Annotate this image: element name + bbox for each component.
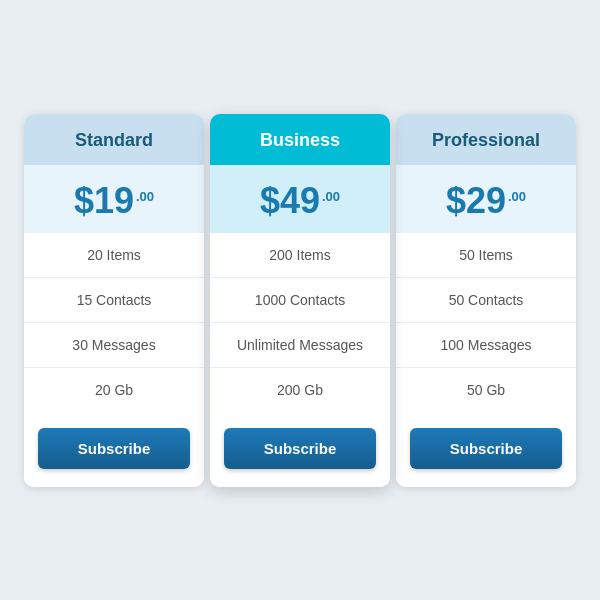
feature-row-standard-3: 20 Gb	[24, 368, 204, 412]
feature-row-professional-0: 50 Items	[396, 233, 576, 278]
plan-header-standard: Standard	[24, 114, 204, 165]
plan-header-professional: Professional	[396, 114, 576, 165]
feature-row-business-1: 1000 Contacts	[210, 278, 390, 323]
plan-price-cents-standard: .00	[136, 189, 154, 204]
plan-footer-business: Subscribe	[210, 412, 390, 487]
subscribe-button-standard[interactable]: Subscribe	[38, 428, 190, 469]
subscribe-button-business[interactable]: Subscribe	[224, 428, 376, 469]
feature-row-standard-2: 30 Messages	[24, 323, 204, 368]
plan-price-business: $49.00	[220, 183, 380, 219]
plan-name-standard: Standard	[34, 130, 194, 151]
plan-price-cents-business: .00	[322, 189, 340, 204]
plan-header-business: Business	[210, 114, 390, 165]
plan-price-dollar-business: $49	[260, 183, 320, 219]
plan-card-professional: Professional$29.0050 Items50 Contacts100…	[396, 114, 576, 487]
plan-footer-professional: Subscribe	[396, 412, 576, 487]
plan-price-standard: $19.00	[34, 183, 194, 219]
plan-price-cents-professional: .00	[508, 189, 526, 204]
pricing-container: Standard$19.0020 Items15 Contacts30 Mess…	[0, 84, 600, 517]
feature-row-standard-0: 20 Items	[24, 233, 204, 278]
feature-row-professional-3: 50 Gb	[396, 368, 576, 412]
feature-row-professional-2: 100 Messages	[396, 323, 576, 368]
plan-price-professional: $29.00	[406, 183, 566, 219]
plan-price-section-professional: $29.00	[396, 165, 576, 233]
plan-name-business: Business	[220, 130, 380, 151]
plan-price-dollar-standard: $19	[74, 183, 134, 219]
feature-row-professional-1: 50 Contacts	[396, 278, 576, 323]
plan-features-business: 200 Items1000 ContactsUnlimited Messages…	[210, 233, 390, 412]
plan-card-business: Business$49.00200 Items1000 ContactsUnli…	[210, 114, 390, 487]
plan-card-standard: Standard$19.0020 Items15 Contacts30 Mess…	[24, 114, 204, 487]
feature-row-business-3: 200 Gb	[210, 368, 390, 412]
plan-price-dollar-professional: $29	[446, 183, 506, 219]
plan-features-standard: 20 Items15 Contacts30 Messages20 Gb	[24, 233, 204, 412]
feature-row-business-2: Unlimited Messages	[210, 323, 390, 368]
plan-name-professional: Professional	[406, 130, 566, 151]
plan-price-section-business: $49.00	[210, 165, 390, 233]
feature-row-business-0: 200 Items	[210, 233, 390, 278]
plan-footer-standard: Subscribe	[24, 412, 204, 487]
plan-price-section-standard: $19.00	[24, 165, 204, 233]
feature-row-standard-1: 15 Contacts	[24, 278, 204, 323]
plan-features-professional: 50 Items50 Contacts100 Messages50 Gb	[396, 233, 576, 412]
subscribe-button-professional[interactable]: Subscribe	[410, 428, 562, 469]
